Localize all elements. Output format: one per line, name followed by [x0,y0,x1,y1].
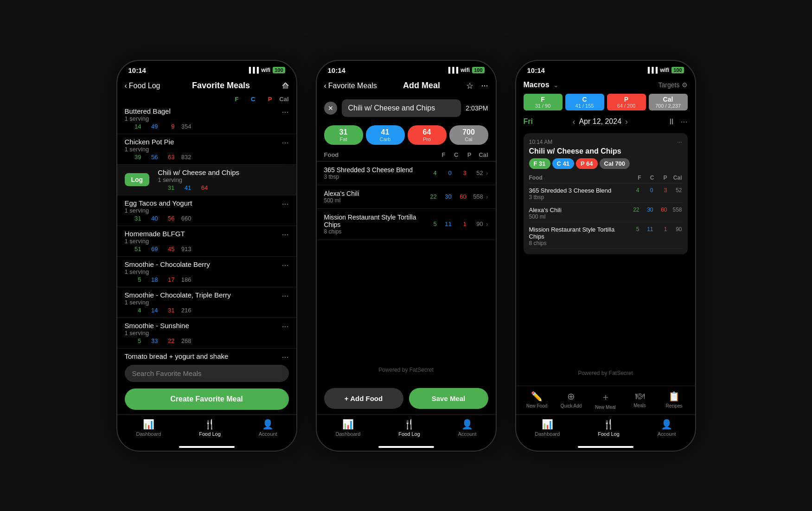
new-meal-button[interactable]: ＋ New Meal [592,391,620,410]
battery-icon: 100 [671,67,684,73]
meal-name-input[interactable]: Chili w/ Cheese and Chips [342,99,461,117]
options-icon[interactable]: ··· [278,322,288,331]
food-row[interactable]: Alexa's Chili 500 ml 22 30 60 558 › [317,185,496,209]
options-icon[interactable]: ··· [278,260,288,270]
log-macro-pills: F 31 C 41 P 64 Cal 700 [529,158,682,169]
meal-name: Tomato bread + yogurt and shake [125,352,278,360]
list-item[interactable]: Smoothie - Chocolate Berry 1 serving ···… [117,257,296,287]
log-food-row[interactable]: 365 Shredded 3 Cheese Blend 3 tbsp 4 0 3… [529,183,682,203]
meal-name: Chicken Pot Pie [125,138,278,146]
meal-name: Smoothie - Chocolate, Triple Berry [125,291,278,299]
add-food-button[interactable]: + Add Food [324,388,403,409]
meals-label: Meals [633,403,646,408]
log-food-row[interactable]: Alexa's Chili 500 ml 22 30 60 558 [529,203,682,222]
phone-screen-2: 10:14 ▐▐▐ wifi 100 ‹ Favorite Meals Add … [316,60,497,452]
quick-add-button[interactable]: ⊕ Quick Add [557,391,585,410]
meal-macros: 5 18 17 186 [125,276,289,283]
log-entry[interactable]: 10:14 AM ··· Chili w/ Cheese and Chips F… [524,133,688,254]
recipes-label: Recipes [665,403,682,408]
next-date-button[interactable]: › [625,117,628,127]
options-icon[interactable]: ··· [278,107,288,117]
food-row[interactable]: 365 Shredded 3 Cheese Blend 3 tbsp 4 0 3… [317,162,496,185]
meal-serving: 1 serving [158,176,288,183]
targets-label[interactable]: Targets ⚙ [659,81,688,89]
date-nav: Fri ‹ Apr 12, 2024 › ⏸ ··· [516,114,695,129]
new-food-button[interactable]: ✏️ New Food [523,391,551,410]
meal-name: Egg Tacos and Yogurt [125,199,278,207]
food-row[interactable]: Mission Restaurant Style Tortilla Chips … [317,209,496,240]
tab-label: Account [658,431,676,437]
p-col: P [459,151,472,158]
fat-label: Fat [326,136,361,142]
list-item[interactable]: Smoothie - Chocolate, Triple Berry 1 ser… [117,287,296,318]
log-more-icon[interactable]: ··· [677,139,682,145]
f-col: F [433,151,446,158]
log-food-row[interactable]: Mission Restaurant Style Tortilla Chips … [529,222,682,249]
create-favorite-meal-button[interactable]: Create Favorite Meal [125,388,289,410]
dashboard-icon: 📊 [542,419,553,430]
back-to-food-log[interactable]: ‹ Food Log [125,82,160,90]
col-headers-1: F C P Cal [117,95,296,103]
account-icon: 👤 [262,419,274,430]
back-chevron-icon: ‹ [125,82,127,90]
macros-header: Macros ⌄ Targets ⚙ [516,77,695,92]
list-item[interactable]: Tomato bread + yogurt and shake 1 servin… [117,349,296,361]
tab-account-2[interactable]: 👤 Account [458,419,477,437]
quick-add-icon: ⊕ [567,391,575,402]
prev-date-button[interactable]: ‹ [572,117,575,127]
powered-by-2: Powered by FatSecret [317,240,496,382]
back-to-favorite-meals[interactable]: ‹ Favorite Meals [324,82,377,90]
meal-serving: 1 serving [125,115,278,122]
options-icon[interactable]: ··· [278,199,288,209]
meal-serving: 1 serving [125,268,278,275]
tab-label: Dashboard [535,431,560,437]
bookmark-icon[interactable]: ☆ [466,81,473,91]
tab-food-log-3[interactable]: 🍴 Food Log [598,419,619,437]
phone-screen-3: 10:14 ▐▐▐ wifi 100 Macros ⌄ Targets ⚙ [515,60,696,452]
pause-icon[interactable]: ⏸ [667,117,676,127]
log-button[interactable]: Log [125,173,150,186]
tab-food-log-1[interactable]: 🍴 Food Log [199,419,220,437]
tab-account-3[interactable]: 👤 Account [658,419,676,437]
col-cal-header: Cal [272,96,289,103]
list-item[interactable]: Log Chili w/ Cheese and Chips 1 serving … [117,165,296,195]
meal-name: Buttered Bagel [125,107,278,115]
more-options-icon[interactable]: ··· [680,117,687,127]
clear-meal-name-button[interactable]: ✕ [324,102,337,115]
list-item[interactable]: Chicken Pot Pie 1 serving ··· 39 56 63 8… [117,134,296,165]
macros-title: Macros [524,81,550,89]
save-meal-button[interactable]: Save Meal [409,388,488,409]
options-icon[interactable]: ··· [278,138,288,148]
status-icons-2: ▐▐▐ wifi 100 [447,67,485,73]
tab-dashboard-2[interactable]: 📊 Dashboard [335,419,360,437]
options-icon[interactable]: ··· [278,230,288,239]
tab-label: Dashboard [335,431,360,437]
options-icon[interactable]: ··· [278,291,288,301]
meal-serving: 1 serving [125,330,278,336]
log-carb-pill: C 41 [552,158,574,169]
search-favorite-meals[interactable]: Search Favorite Meals [125,365,289,382]
food-col-header: Food [324,151,339,158]
macros-chevron-icon[interactable]: ⌄ [553,81,559,89]
list-item[interactable]: Buttered Bagel 1 serving ··· 14 49 9 354 [117,103,296,134]
c-col: C [446,151,459,158]
meal-macros: 31 41 64 [158,184,288,191]
filter-icon[interactable]: ⟰ [282,81,289,91]
options-icon[interactable]: ··· [278,352,288,361]
page-title-2: Add Meal [403,81,440,91]
list-item[interactable]: Smoothie - Sunshine 1 serving ··· 5 33 2… [117,318,296,349]
tab-dashboard-3[interactable]: 📊 Dashboard [535,419,560,437]
tab-dashboard-1[interactable]: 📊 Dashboard [136,419,161,437]
meal-name: Smoothie - Chocolate Berry [125,260,278,268]
more-options-icon[interactable]: ··· [481,81,488,91]
meals-button[interactable]: 🍽 Meals [626,391,654,410]
tab-bar-1: 📊 Dashboard 🍴 Food Log 👤 Account [117,414,296,446]
new-food-label: New Food [526,403,548,408]
list-item[interactable]: Homemade BLFGT 1 serving ··· 51 69 45 91… [117,226,296,257]
meal-macros: 31 40 56 660 [125,215,289,222]
tab-account-1[interactable]: 👤 Account [259,419,277,437]
tab-food-log-2[interactable]: 🍴 Food Log [398,419,420,437]
tab-label: Food Log [598,431,619,437]
recipes-button[interactable]: 📋 Recipes [660,391,688,410]
list-item[interactable]: Egg Tacos and Yogurt 1 serving ··· 31 40… [117,195,296,226]
